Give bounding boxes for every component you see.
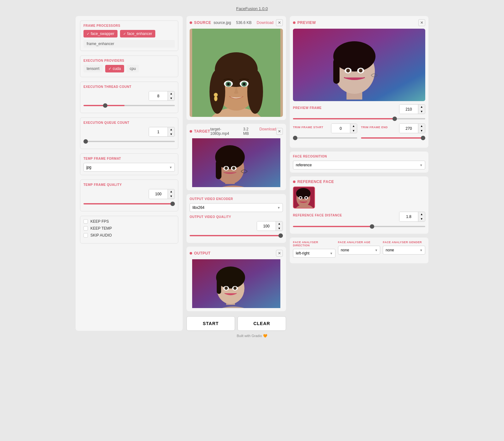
svg-point-33 xyxy=(225,287,228,290)
svg-point-14 xyxy=(214,96,217,101)
quality-down[interactable]: ▼ xyxy=(168,194,175,199)
svg-point-39 xyxy=(333,41,375,72)
trim-start-label: TRIM FRAME START xyxy=(293,126,323,129)
source-download-link[interactable]: Download xyxy=(257,20,273,25)
execution-thread-count-label: EXECUTION THREAD COUNT xyxy=(83,85,175,89)
output-quality-down[interactable]: ▼ xyxy=(276,226,283,231)
trim-end-label: TRIM FRAME END xyxy=(361,126,388,129)
preview-close-button[interactable]: ✕ xyxy=(418,19,425,26)
queue-count-input[interactable] xyxy=(149,127,168,136)
source-close-button[interactable]: ✕ xyxy=(276,19,283,26)
encoder-dropdown[interactable]: libx264 libx265 libvpx xyxy=(190,203,283,212)
trim-start-row: TRIM FRAME START ▲ ▼ xyxy=(293,123,357,133)
provider-cpu[interactable]: cpu xyxy=(127,65,139,72)
check-icon-3: ✓ xyxy=(108,66,112,71)
output-quality-input[interactable] xyxy=(257,221,276,231)
right-panel: PREVIEW ✕ xyxy=(290,16,428,331)
face-recognition-dropdown[interactable]: reference many one xyxy=(293,161,425,169)
ref-face-thumbnail xyxy=(293,186,315,209)
face-recognition-dropdown-wrap: reference many one ▼ xyxy=(293,161,425,169)
quality-label: OUTPUT VIDEO QUALITY xyxy=(190,215,283,219)
provider-tensorrt[interactable]: tensorrt xyxy=(83,65,103,72)
analyser-gender-col: FACE ANALYSER GENDER none male female ▼ xyxy=(383,241,425,258)
trim-end-block: TRIM FRAME END ▲ ▼ xyxy=(361,123,425,142)
quality-up[interactable]: ▲ xyxy=(168,189,175,194)
analyser-gender-dropdown[interactable]: none male female xyxy=(383,246,425,255)
source-file-info: source.jpg 536.6 KB Download xyxy=(214,20,273,25)
preview-frame-input[interactable] xyxy=(399,105,418,114)
quality-row: ▲ ▼ xyxy=(83,189,175,199)
source-tag: SOURCE xyxy=(190,20,211,25)
ref-face-distance-up[interactable]: ▲ xyxy=(418,212,425,217)
target-close-button[interactable]: ✕ xyxy=(276,128,283,135)
temp-frame-format-dropdown[interactable]: jpg png bmp xyxy=(83,163,175,172)
preview-tag-label: PREVIEW xyxy=(297,20,316,25)
skip-audio-row: SKIP AUDIO xyxy=(83,233,175,238)
output-panel: OUTPUT ✕ xyxy=(186,247,286,311)
analyser-direction-dropdown[interactable]: left-right right-left top-bottom bottom-… xyxy=(293,249,335,258)
thread-count-slider[interactable] xyxy=(83,105,175,106)
thread-count-down[interactable]: ▼ xyxy=(168,96,175,101)
thread-count-up[interactable]: ▲ xyxy=(168,91,175,96)
execution-thread-count-section: EXECUTION THREAD COUNT ▲ ▼ xyxy=(80,82,178,113)
source-image xyxy=(190,29,283,117)
queue-count-down[interactable]: ▼ xyxy=(168,132,175,137)
thread-count-slider-container xyxy=(83,103,175,107)
trim-start-slider[interactable] xyxy=(293,137,357,139)
queue-count-slider[interactable] xyxy=(83,141,175,142)
ref-face-distance-down[interactable]: ▼ xyxy=(418,217,425,221)
chip-frame-enhancer[interactable]: frame_enhancer xyxy=(83,40,175,48)
svg-point-43 xyxy=(346,69,350,72)
provider-cuda[interactable]: ✓cuda xyxy=(105,65,124,72)
output-quality-slider[interactable] xyxy=(190,235,283,236)
trim-end-up[interactable]: ▲ xyxy=(418,124,425,129)
target-image xyxy=(190,138,283,187)
preview-frame-row: PREVIEW FRAME ▲ ▼ xyxy=(293,104,425,114)
temp-frame-quality-section: TEMP FRAME QUALITY ▲ ▼ xyxy=(80,180,178,211)
trim-end-row: TRIM FRAME END ▲ ▼ xyxy=(361,123,425,133)
quality-slider[interactable] xyxy=(83,203,175,204)
keep-fps-checkbox[interactable] xyxy=(83,219,88,224)
quality-spinner[interactable]: ▲ ▼ xyxy=(149,189,175,199)
ref-face-distance-input[interactable] xyxy=(399,212,418,221)
chip-face-swapper[interactable]: ✓ face_swapper xyxy=(83,30,117,37)
trim-start-slider-container xyxy=(293,135,357,140)
trim-end-down[interactable]: ▼ xyxy=(418,129,425,133)
thread-count-input[interactable] xyxy=(149,91,168,100)
target-download-link[interactable]: Download xyxy=(259,127,276,136)
target-tag-label: TARGET xyxy=(194,129,210,134)
quality-input[interactable] xyxy=(149,189,168,198)
preview-header: PREVIEW ✕ xyxy=(293,19,425,26)
trim-start-down[interactable]: ▼ xyxy=(350,129,357,133)
trim-end-spinner[interactable]: ▲ ▼ xyxy=(399,123,425,133)
analyser-gender-dropdown-wrap: none male female ▼ xyxy=(383,246,425,255)
preview-frame-spinner[interactable]: ▲ ▼ xyxy=(399,104,425,114)
output-quality-spinner[interactable]: ▲ ▼ xyxy=(257,221,283,231)
preview-frame-down[interactable]: ▼ xyxy=(418,109,425,114)
thread-count-spinner[interactable]: ▲ ▼ xyxy=(149,91,175,101)
ref-face-distance-slider[interactable] xyxy=(293,226,425,227)
trim-start-up[interactable]: ▲ xyxy=(350,124,357,129)
ref-face-distance-spinner[interactable]: ▲ ▼ xyxy=(399,212,425,221)
trim-end-input[interactable] xyxy=(399,124,418,133)
keep-temp-checkbox[interactable] xyxy=(83,226,88,231)
skip-audio-checkbox[interactable] xyxy=(83,233,88,238)
svg-point-34 xyxy=(233,287,237,290)
clear-button[interactable]: CLEAR xyxy=(238,316,286,331)
preview-tag: PREVIEW xyxy=(293,20,316,25)
encoder-section: OUTPUT VIDEO ENCODER libx264 libx265 lib… xyxy=(186,194,286,243)
output-quality-up[interactable]: ▲ xyxy=(276,221,283,226)
queue-count-spinner[interactable]: ▲ ▼ xyxy=(149,127,175,137)
output-close-button[interactable]: ✕ xyxy=(276,250,283,257)
preview-frame-up[interactable]: ▲ xyxy=(418,105,425,109)
trim-end-slider[interactable] xyxy=(361,137,425,139)
chip-face-enhancer[interactable]: ✓ face_enhancer xyxy=(120,30,155,37)
queue-count-up[interactable]: ▲ xyxy=(168,127,175,132)
trim-start-input[interactable] xyxy=(331,124,350,133)
analyser-age-dropdown[interactable]: none child teen adult senior xyxy=(338,246,381,255)
trim-start-spinner[interactable]: ▲ ▼ xyxy=(331,123,357,133)
provider-cuda-label: cuda xyxy=(113,66,121,71)
start-button[interactable]: START xyxy=(186,316,235,331)
face-recognition-label: FACE RECOGNITION xyxy=(293,155,425,158)
preview-frame-slider[interactable] xyxy=(293,118,425,119)
